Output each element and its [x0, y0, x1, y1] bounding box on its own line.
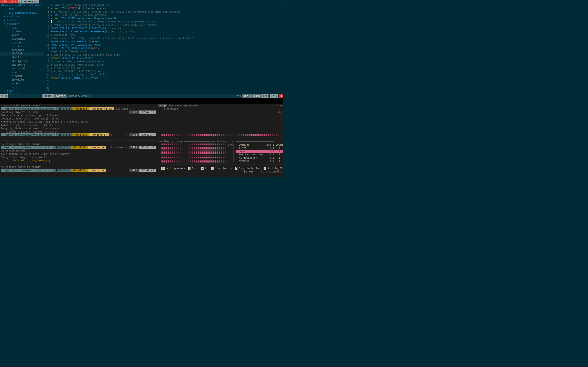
encoding-status: utf-8[unix]: [242, 94, 261, 98]
term-output: Your branch is up-to-date with 'origin/m…: [1, 152, 156, 156]
process-row[interactable]: │ ⣿⣿⣿⣿⣿⣿⣿⣿⣿⣿⣿⣿⣿⣿⣿⣿⣿⣿⣿⣿⣿⣿⣿⣿⣿⣿⣿⣿⣿⣿⣿⣿ ││ no…: [158, 150, 283, 153]
vtop-title: vtop for WASE-AM02043089: [158, 104, 198, 107]
code-line[interactable]: # export DISABLE_AUTO_UPDATE="true": [51, 63, 283, 67]
file-item[interactable]: .shellfn: [0, 56, 43, 59]
error-count: 1: [279, 94, 283, 98]
close-icon[interactable]: X: [281, 0, 283, 3]
code-line[interactable]: POWERLEVEL9K_LEFT_PROMPT_ELEMENTS=(dir n…: [51, 27, 283, 30]
process-row[interactable]: │ ⣿⣿⣿⣿⣿⣿⣿⣿⣿⣿⣿⣿⣿⣿⣿⣿⣿⣿⣿⣿⣿⣿⣿⣿⣿⣿⣿⣿⣿⣿⣿⣿ ││ sy…: [158, 159, 283, 163]
prompt-4: ~/github.com/atomantic/dotfiles ⬢ 5.10.1…: [1, 169, 156, 172]
git-branch-status: master: [54, 94, 67, 98]
code-line[interactable]: # disable colors in ls: [51, 67, 283, 70]
nerdtree-sidebar[interactable]: /Users/eivya001/.dotfiles/ ▸ .git/ ▸ .gi…: [0, 3, 43, 94]
prompt-3: ~/github.com/atomantic/dotfiles ⬢ 5.10.1…: [1, 146, 156, 149]
nerdtree-label: NERD: [0, 94, 8, 98]
file-item[interactable]: .tmux.conf: [0, 67, 43, 70]
code-line[interactable]: POWERLEVEL9K_SHOW_CHANGESET=true: [51, 47, 283, 50]
code-line[interactable]: # for code ({000..255}) print -P -- "$co…: [51, 37, 283, 40]
proc-header: Command CPU % Count Memory %: [239, 143, 283, 146]
folder-item[interactable]: ▸ .git/: [0, 7, 43, 11]
folder-item[interactable]: ▸ configs/: [0, 15, 43, 18]
file-item[interactable]: .zprofile: [0, 78, 43, 82]
term-output: no changes added to commit: [1, 165, 156, 169]
vtop-footer-2: by Mem http://parall.ax/vtop: [158, 170, 283, 173]
editor-tabbar: 2 h/.zshrc 2+ README.md X: [0, 0, 283, 3]
prompt-1: ~/github.com/atomantic/buzzphrase ⬢ 4.4.…: [1, 107, 156, 110]
prompt-2: ~/github.com/atomantic/buzzphrase ⬢ 4.4.…: [1, 133, 156, 137]
code-line[interactable]: # https://github.com/bhilburn/powerlevel…: [51, 20, 283, 23]
process-row[interactable]: │ ⣿⣿⣿⣿⣿⣿⣿⣿⣿⣿⣿⣿⣿⣿⣿⣿⣿⣿⣿⣿⣿⣿⣿⣿⣿⣿⣿⣿⣿⣿⣿⣿ ││ Wi…: [158, 156, 283, 159]
term-output: no changes added to commit: [1, 142, 156, 146]
editor-statusbar: NERD NORMAL master homedir/.zshrc zsh ut…: [0, 94, 283, 98]
folder-item[interactable]: ▾ homedir/: [0, 22, 43, 26]
code-line[interactable]: # https://github.com/bhilburn/powerlevel…: [51, 24, 283, 27]
file-item[interactable]: .zshenv: [0, 82, 43, 85]
code-line[interactable]: # disable autosetting terminal title.: [51, 73, 283, 76]
scroll-percent: 12%: [261, 94, 269, 98]
code-line[interactable]: #export ZSH_THEME="random": [51, 50, 283, 53]
code-line[interactable]: # disable weekly auto-update checks: [51, 60, 283, 63]
process-row[interactable]: │ ⣿⣿⣿⣿⣿⣿⣿⣿⣿⣿⣿⣿⣿⣿⣿⣿⣿⣿⣿⣿⣿⣿⣿⣿⣿⣿⣿⣿⣿⣿⣿⣿ ││ iT…: [158, 146, 283, 150]
folder-item[interactable]: ▸ fonts/: [0, 18, 43, 22]
code-line[interactable]: # colorcode test: [51, 33, 283, 36]
term-output: Changes not staged for commit:: [1, 156, 156, 159]
term-output: create mode 100644 .nvmrc: [1, 104, 156, 107]
cursor-position: 6/50: [270, 94, 278, 98]
code-line[interactable]: POWERLEVEL9K_NVM_BACKGROUND='072': [51, 43, 283, 47]
tab-zshrc[interactable]: 2 h/.zshrc: [0, 0, 18, 3]
code-line[interactable]: # if you want to use this, change your n…: [51, 10, 283, 13]
code-line[interactable]: POWERLEVEL9K_RIGHT_PROMPT_ELEMENTS=(stat…: [51, 30, 283, 33]
mem-proc-row: ┌── Memory Usage ────────────────┐┌── Pr…: [158, 140, 283, 143]
vim-mode: NORMAL: [43, 94, 54, 98]
terminal-left[interactable]: create mode 100644 .nvmrc ~/github.com/a…: [0, 104, 157, 177]
folder-item[interactable]: ▸ lib_node/: [0, 93, 43, 94]
terminal-right-vtop[interactable]: vtop for WASE-AM0204308912:47:36 ┌── CPU…: [157, 104, 283, 177]
cpu-percent: 4%│: [278, 110, 283, 114]
folder-item[interactable]: ▸ .git_template/hooks/: [0, 11, 43, 15]
term-output: Writing objects: 100% (3/3), 264 bytes |…: [1, 120, 156, 124]
cpu-box-top: ┌── CPU Usage ──────────────────────────…: [158, 107, 283, 110]
file-path-status: homedir/.zshrc: [67, 94, 91, 98]
file-item[interactable]: .profile: [0, 44, 43, 48]
code-line[interactable]: # Path to your oh-my-zsh configuration.: [51, 3, 283, 7]
file-item[interactable]: .shellpaths: [0, 59, 43, 63]
tab-readme[interactable]: 2+ README.md: [18, 0, 39, 3]
code-line[interactable]: export CASE_SENSITIVE="true": [51, 57, 283, 60]
file-item[interactable]: .gitignore: [0, 41, 43, 44]
code-line[interactable]: export ZSH_THEME="powerlevel9k/powerleve…: [51, 17, 283, 20]
file-item[interactable]: .gitconfig: [0, 37, 43, 41]
vtop-footer: dd Kill process j Down k Up g Jump to to…: [158, 167, 283, 170]
term-output: deleted: img/term.png: [1, 159, 156, 162]
file-item[interactable]: .zshrc: [0, 85, 43, 89]
code-line[interactable]: export ZSH=$HOME/.dotfiles/oh-my-zsh: [51, 7, 283, 10]
line-number-gutter: 1234567891011121314151617181920212223242…: [43, 3, 51, 94]
folder-item[interactable]: ▸ img/: [0, 89, 43, 93]
code-editor[interactable]: # Path to your oh-my-zsh configuration.e…: [51, 3, 283, 94]
mem-bar: ⣿⣿⣿⣿⣿⣿⣿⣿⣿⣿⣿⣿⣿⣿⣿⣿⣿⣿⣿⣿⣿⣿⣿⣿⣿⣿⣿⣿⣿⣿⣿⣿: [160, 143, 228, 146]
term-output: Delta compression using up to 8 threads.: [1, 114, 156, 117]
code-line[interactable]: # POWERLEVEL9K_MODE='awesome-patched': [51, 13, 283, 17]
file-item[interactable]: .screenrc: [0, 48, 43, 52]
pane-gap: [0, 98, 283, 104]
term-output: On branch master: [1, 149, 156, 152]
file-item[interactable]: .crontab: [0, 30, 43, 33]
file-item[interactable]: .shellvars: [0, 63, 43, 67]
file-item[interactable]: .zlogout: [0, 74, 43, 78]
folder-item[interactable]: ▸ .vim/: [0, 26, 43, 30]
file-item[interactable]: .vimrc: [0, 71, 43, 74]
code-line[interactable]: # export DISABLE_LS_COLORS="true": [51, 70, 283, 73]
process-row[interactable]: │ ⣿⣿⣿⣿⣿⣿⣿⣿⣿⣿⣿⣿⣿⣿⣿⣿⣿⣿⣿⣿⣿⣿⣿⣿⣿⣿⣿⣿⣿⣿⣿⣿ ││ Bo…: [158, 153, 283, 156]
file-item[interactable]: .shellaliases: [0, 52, 43, 55]
code-line[interactable]: # Set to this to use case-sensitive comp…: [51, 53, 283, 57]
cpu-graph: ⠠⠄⠠⠄: [160, 124, 208, 127]
code-line[interactable]: export DISABLE_AUTO_TITLE="true": [51, 76, 283, 80]
file-item[interactable]: .gemrc: [0, 33, 43, 37]
term-output: Total 3 (delta 1), reused 0 (delta 0): [1, 124, 156, 127]
sidebar-root-path: /Users/eivya001/.dotfiles/: [0, 3, 43, 7]
term-output: To git@github.com:atomantic/buzzphrase: [1, 127, 156, 130]
filetype-status: zsh: [235, 94, 242, 98]
term-output: facdfd6..401d3d7 master -> master: [1, 130, 156, 133]
term-output: Compressing objects: 100% (2/2), done.: [1, 117, 156, 120]
code-line[interactable]: POWERLEVEL9K_NVM_FOREGROUND='008': [51, 40, 283, 43]
mem-percent: 99%: [228, 143, 233, 146]
